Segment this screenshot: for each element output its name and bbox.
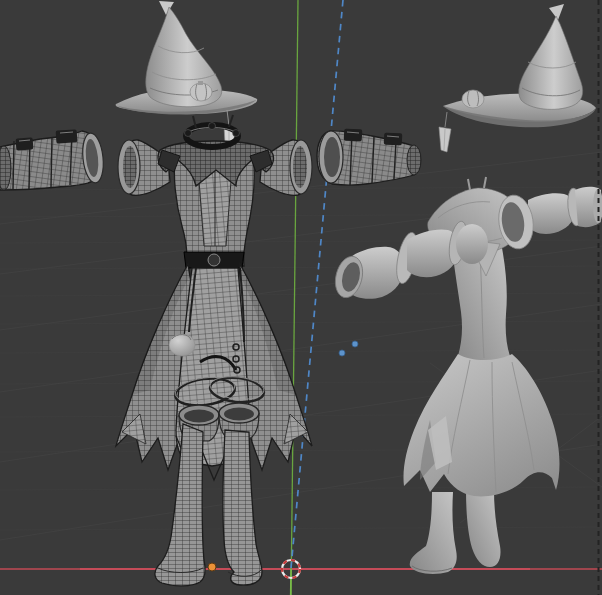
bracer-buckle — [344, 129, 363, 142]
viewport-canvas[interactable] — [0, 0, 602, 595]
marker-dot-2[interactable] — [352, 341, 358, 347]
viewport-background[interactable] — [0, 0, 602, 595]
3d-viewport[interactable] — [0, 0, 602, 595]
hat-pumpkin-charm — [462, 90, 484, 108]
bracer-buckle — [384, 133, 403, 146]
bracer-buckle — [56, 129, 78, 143]
hat-pumpkin-charm — [190, 83, 212, 101]
marker-dot-1[interactable] — [339, 350, 345, 356]
bracer-buckle — [16, 137, 34, 150]
belt-buckle — [208, 254, 220, 266]
pumpkin-stem — [198, 81, 203, 85]
object-origin-dot[interactable] — [208, 563, 216, 571]
